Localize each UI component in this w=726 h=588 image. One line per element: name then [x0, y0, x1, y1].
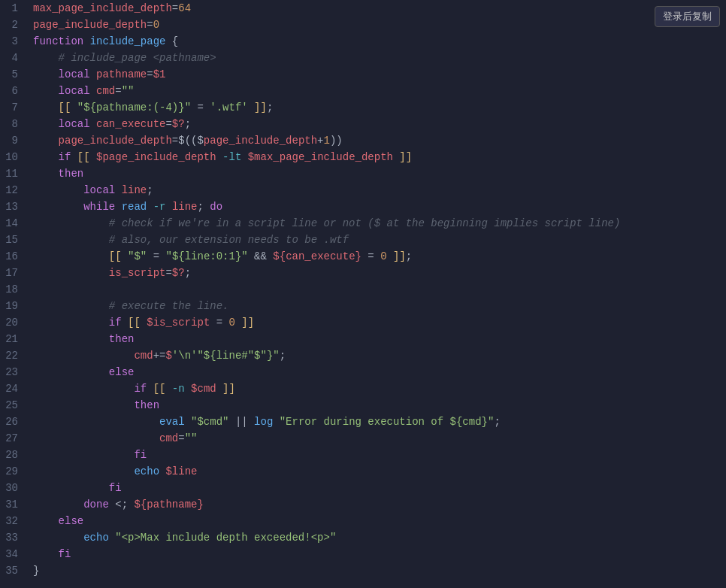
table-row: 18	[0, 281, 726, 298]
line-number: 1	[0, 0, 27, 17]
table-row: 5 local pathname=$1	[0, 66, 726, 83]
line-number: 4	[0, 50, 27, 66]
line-number: 12	[0, 182, 27, 199]
line-code: # include_page <pathname>	[27, 50, 726, 66]
line-code: max_page_include_depth=64	[27, 0, 726, 17]
line-number: 21	[0, 331, 27, 347]
table-row: 27 cmd=""	[0, 430, 726, 447]
line-number: 26	[0, 414, 27, 430]
line-code: while read -r line; do	[27, 199, 726, 215]
table-row: 29 echo $line	[0, 463, 726, 480]
line-code: else	[27, 364, 726, 380]
line-code: function include_page {	[27, 33, 726, 50]
line-number: 7	[0, 99, 27, 116]
table-row: 20 if [[ $is_script = 0 ]]	[0, 314, 726, 331]
line-number: 29	[0, 463, 27, 480]
table-row: 11 then	[0, 165, 726, 182]
table-row: 26 eval "$cmd" || log "Error during exec…	[0, 414, 726, 430]
line-code: cmd+=$'\n'"${line#"$"}";	[27, 347, 726, 364]
line-number: 30	[0, 480, 27, 496]
line-code: eval "$cmd" || log "Error during executi…	[27, 414, 726, 430]
line-number: 25	[0, 397, 27, 414]
line-code: else	[27, 513, 726, 529]
line-code: local can_execute=$?;	[27, 116, 726, 132]
code-table: 1max_page_include_depth=642page_include_…	[0, 0, 726, 579]
line-code: fi	[27, 447, 726, 463]
copy-button[interactable]: 登录后复制	[655, 6, 720, 27]
line-number: 24	[0, 380, 27, 397]
line-number: 23	[0, 364, 27, 380]
line-code: if [[ -n $cmd ]]	[27, 380, 726, 397]
code-container: 登录后复制 1max_page_include_depth=642page_in…	[0, 0, 726, 588]
line-code: done <; ${pathname}	[27, 496, 726, 513]
line-code: echo $line	[27, 463, 726, 480]
table-row: 17 is_script=$?;	[0, 265, 726, 281]
table-row: 7 [[ "${pathname:(-4)}" = '.wtf' ]];	[0, 99, 726, 116]
line-number: 19	[0, 298, 27, 314]
line-number: 35	[0, 562, 27, 579]
line-code: local cmd=""	[27, 83, 726, 99]
line-number: 28	[0, 447, 27, 463]
line-code: is_script=$?;	[27, 265, 726, 281]
line-code: if [[ $is_script = 0 ]]	[27, 314, 726, 331]
line-number: 5	[0, 66, 27, 83]
line-code: }	[27, 562, 726, 579]
line-code: # execute the line.	[27, 298, 726, 314]
table-row: 13 while read -r line; do	[0, 199, 726, 215]
table-row: 9 page_include_depth=$(($page_include_de…	[0, 132, 726, 149]
line-number: 3	[0, 33, 27, 50]
line-code	[27, 281, 726, 298]
table-row: 19 # execute the line.	[0, 298, 726, 314]
table-row: 33 echo "<p>Max include depth exceeded!<…	[0, 529, 726, 546]
table-row: 23 else	[0, 364, 726, 380]
line-code: fi	[27, 480, 726, 496]
line-number: 27	[0, 430, 27, 447]
line-number: 17	[0, 265, 27, 281]
table-row: 22 cmd+=$'\n'"${line#"$"}";	[0, 347, 726, 364]
table-row: 28 fi	[0, 447, 726, 463]
table-row: 3function include_page {	[0, 33, 726, 50]
line-code: fi	[27, 546, 726, 562]
table-row: 4 # include_page <pathname>	[0, 50, 726, 66]
line-number: 22	[0, 347, 27, 364]
line-code: then	[27, 165, 726, 182]
line-code: [[ "$" = "${line:0:1}" && ${can_execute}…	[27, 248, 726, 265]
line-code: then	[27, 331, 726, 347]
table-row: 34 fi	[0, 546, 726, 562]
table-row: 32 else	[0, 513, 726, 529]
table-row: 10 if [[ $page_include_depth -lt $max_pa…	[0, 149, 726, 165]
line-code: [[ "${pathname:(-4)}" = '.wtf' ]];	[27, 99, 726, 116]
table-row: 30 fi	[0, 480, 726, 496]
table-row: 2page_include_depth=0	[0, 17, 726, 33]
table-row: 24 if [[ -n $cmd ]]	[0, 380, 726, 397]
line-number: 34	[0, 546, 27, 562]
table-row: 14 # check if we're in a script line or …	[0, 215, 726, 232]
line-number: 15	[0, 232, 27, 248]
line-number: 2	[0, 17, 27, 33]
line-number: 16	[0, 248, 27, 265]
line-number: 18	[0, 281, 27, 298]
line-number: 11	[0, 165, 27, 182]
line-code: then	[27, 397, 726, 414]
line-number: 33	[0, 529, 27, 546]
table-row: 35}	[0, 562, 726, 579]
line-code: local pathname=$1	[27, 66, 726, 83]
line-code: page_include_depth=$(($page_include_dept…	[27, 132, 726, 149]
line-number: 9	[0, 132, 27, 149]
table-row: 1max_page_include_depth=64	[0, 0, 726, 17]
line-code: if [[ $page_include_depth -lt $max_page_…	[27, 149, 726, 165]
table-row: 21 then	[0, 331, 726, 347]
line-number: 13	[0, 199, 27, 215]
line-number: 31	[0, 496, 27, 513]
line-number: 32	[0, 513, 27, 529]
line-code: cmd=""	[27, 430, 726, 447]
line-number: 20	[0, 314, 27, 331]
line-number: 10	[0, 149, 27, 165]
table-row: 31 done <; ${pathname}	[0, 496, 726, 513]
table-row: 6 local cmd=""	[0, 83, 726, 99]
table-row: 8 local can_execute=$?;	[0, 116, 726, 132]
table-row: 15 # also, our extension needs to be .wt…	[0, 232, 726, 248]
line-code: echo "<p>Max include depth exceeded!<p>"	[27, 529, 726, 546]
line-number: 8	[0, 116, 27, 132]
line-code: page_include_depth=0	[27, 17, 726, 33]
